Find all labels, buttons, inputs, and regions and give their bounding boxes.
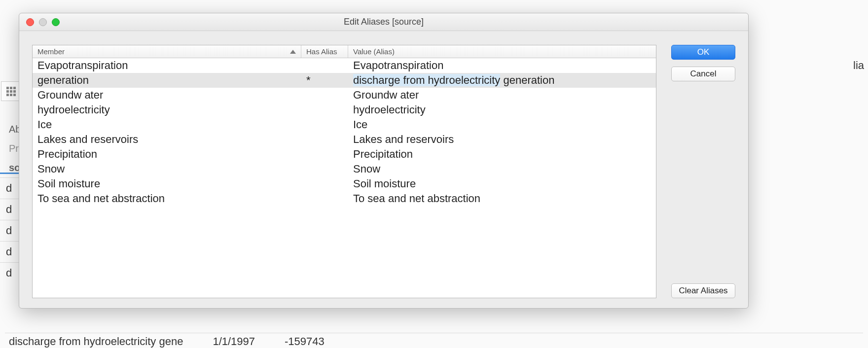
cancel-button[interactable]: Cancel <box>671 67 735 81</box>
cell-value[interactable]: Ice <box>348 118 656 131</box>
dialog-body: Member Has Alias Value (Alias) Evapotran… <box>19 31 748 308</box>
cell-member: Evapotranspiration <box>33 59 301 72</box>
bg-bottom-text: discharge from hydroelectricity gene <box>9 335 183 348</box>
column-header-member[interactable]: Member <box>33 45 301 58</box>
table-row[interactable]: Groundw aterGroundw ater <box>33 88 656 103</box>
ok-button[interactable]: OK <box>671 45 735 60</box>
alias-table: Member Has Alias Value (Alias) Evapotran… <box>32 45 656 298</box>
dialog-title: Edit Aliases [source] <box>19 17 748 27</box>
table-row[interactable]: EvapotranspirationEvapotranspiration <box>33 58 656 73</box>
table-row[interactable]: To sea and net abstractionTo sea and net… <box>33 191 656 206</box>
dialog-buttons: OK Cancel Clear Aliases <box>671 45 735 298</box>
table-row[interactable]: Soil moistureSoil moisture <box>33 176 656 191</box>
cell-value[interactable]: hydroelectricity <box>348 104 656 116</box>
column-label-value: Value (Alias) <box>353 47 395 56</box>
active-tab-indicator <box>0 173 20 174</box>
maximize-icon[interactable] <box>52 18 60 26</box>
close-icon[interactable] <box>26 18 34 26</box>
cell-value[interactable]: Snow <box>348 163 656 175</box>
cell-member: Lakes and reservoirs <box>33 133 301 146</box>
column-header-value[interactable]: Value (Alias) <box>348 45 656 58</box>
cell-member: To sea and net abstraction <box>33 192 301 205</box>
minimize-icon[interactable] <box>39 18 47 26</box>
cell-member: Soil moisture <box>33 177 301 190</box>
edit-aliases-dialog: Edit Aliases [source] Member Has Alias V… <box>19 13 749 309</box>
dialog-titlebar[interactable]: Edit Aliases [source] <box>19 13 748 31</box>
column-header-has-alias[interactable]: Has Alias <box>301 45 348 58</box>
cell-member: Groundw ater <box>33 89 301 102</box>
cell-value[interactable]: Groundw ater <box>348 89 656 102</box>
table-row[interactable]: generation*discharge from hydroelectrici… <box>33 73 656 88</box>
table-row[interactable]: IceIce <box>33 117 656 132</box>
window-controls <box>26 18 60 26</box>
alias-edit-highlight[interactable]: discharge from hydroelectricity <box>353 74 500 86</box>
cell-value[interactable]: Lakes and reservoirs <box>348 133 656 146</box>
cell-member: Precipitation <box>33 148 301 161</box>
cell-value[interactable]: Evapotranspiration <box>348 59 656 72</box>
grid-view-icon[interactable] <box>1 81 21 101</box>
table-row[interactable]: Lakes and reservoirsLakes and reservoirs <box>33 132 656 147</box>
background-right-fragment: lia <box>853 59 868 72</box>
background-divider <box>5 333 863 333</box>
column-label-member: Member <box>37 47 65 56</box>
table-body[interactable]: EvapotranspirationEvapotranspirationgene… <box>33 58 656 298</box>
table-row[interactable]: PrecipitationPrecipitation <box>33 147 656 162</box>
cell-member: hydroelectricity <box>33 104 301 116</box>
cell-value[interactable]: To sea and net abstraction <box>348 192 656 205</box>
table-row[interactable]: hydroelectricityhydroelectricity <box>33 103 656 117</box>
bg-bottom-date: 1/1/1997 <box>213 335 255 348</box>
button-spacer <box>671 88 735 277</box>
alias-edit-suffix: generation <box>500 74 554 86</box>
sort-ascending-icon <box>290 50 296 54</box>
background-bottom-row: discharge from hydroelectricity gene 1/1… <box>9 335 325 348</box>
cell-member: Ice <box>33 118 301 131</box>
clear-aliases-button[interactable]: Clear Aliases <box>671 283 735 298</box>
table-row[interactable]: SnowSnow <box>33 162 656 176</box>
bg-bottom-value: -159743 <box>285 335 325 348</box>
cell-value[interactable]: Soil moisture <box>348 177 656 190</box>
cell-value[interactable]: Precipitation <box>348 148 656 161</box>
cell-member: Snow <box>33 163 301 175</box>
cell-has-alias: * <box>301 74 348 87</box>
column-label-has-alias: Has Alias <box>306 47 337 56</box>
cell-member: generation <box>33 74 301 87</box>
cell-value[interactable]: discharge from hydroelectricity generati… <box>348 74 656 87</box>
table-header: Member Has Alias Value (Alias) <box>33 45 656 58</box>
